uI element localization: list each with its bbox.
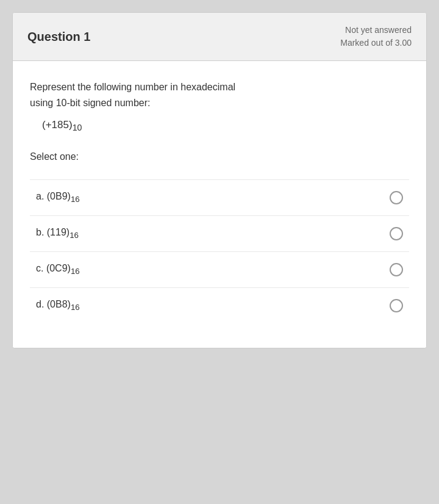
number-display: (+185)10 xyxy=(42,119,409,132)
number-subscript: 10 xyxy=(73,123,82,133)
options-list: a. (0B9)16 b. (119)16 c. (0C9)16 d. (0B8… xyxy=(30,179,409,323)
question-meta: Not yet answered Marked out of 3.00 xyxy=(340,24,412,49)
question-text: Represent the following number in hexade… xyxy=(30,79,409,110)
number-main: (+185) xyxy=(42,119,73,131)
question-title: Question 1 xyxy=(27,30,90,44)
option-item-c[interactable]: c. (0C9)16 xyxy=(30,251,409,287)
radio-a[interactable] xyxy=(390,191,403,204)
status-not-answered: Not yet answered xyxy=(340,24,412,37)
radio-d[interactable] xyxy=(390,299,403,312)
option-label-d: d. (0B8)16 xyxy=(36,299,80,312)
option-item-a[interactable]: a. (0B9)16 xyxy=(30,179,409,215)
option-item-d[interactable]: d. (0B8)16 xyxy=(30,287,409,323)
radio-b[interactable] xyxy=(390,227,403,240)
radio-c[interactable] xyxy=(390,263,403,276)
card-body: Represent the following number in hexade… xyxy=(13,61,426,348)
option-label-a: a. (0B9)16 xyxy=(36,191,80,204)
question-card: Question 1 Not yet answered Marked out o… xyxy=(12,12,427,348)
option-label-c: c. (0C9)16 xyxy=(36,263,80,276)
status-marked-out-of: Marked out of 3.00 xyxy=(340,37,412,49)
option-label-b: b. (119)16 xyxy=(36,227,79,240)
select-one-label: Select one: xyxy=(30,151,409,162)
option-item-b[interactable]: b. (119)16 xyxy=(30,215,409,251)
card-header: Question 1 Not yet answered Marked out o… xyxy=(13,13,426,61)
